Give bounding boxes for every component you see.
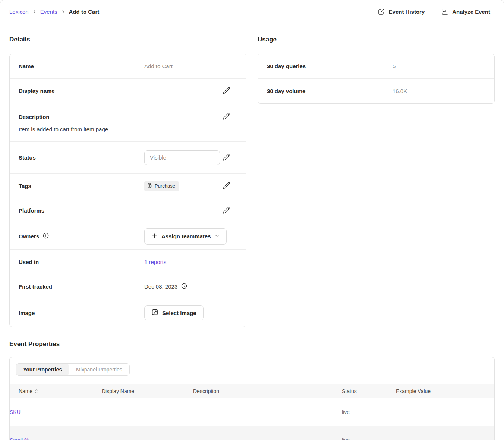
cell-display-name xyxy=(102,426,193,440)
detail-row-image: Image Select Image xyxy=(10,299,246,327)
name-column-label: Name xyxy=(19,388,32,394)
first-tracked-label: First tracked xyxy=(19,283,144,290)
status-badge: live xyxy=(342,437,350,440)
used-in-label: Used in xyxy=(19,259,144,265)
analyze-event-label: Analyze Event xyxy=(452,9,490,15)
info-icon xyxy=(181,283,188,290)
breadcrumb-current-event: Add to Cart xyxy=(69,9,100,15)
pencil-icon xyxy=(223,182,230,191)
edit-platforms-button[interactable] xyxy=(221,205,232,217)
select-image-label: Select Image xyxy=(162,310,196,316)
volume-label: 30 day volume xyxy=(267,88,393,94)
edit-tags-button[interactable] xyxy=(221,180,232,192)
analyze-event-button[interactable]: Analyze Event xyxy=(441,8,490,15)
details-heading: Details xyxy=(9,35,246,44)
chevron-down-icon xyxy=(215,233,220,239)
first-tracked-info-button[interactable] xyxy=(181,283,188,290)
cell-example-value xyxy=(396,398,494,426)
properties-table: Name Display Name Description Status Exa… xyxy=(10,384,494,440)
image-icon xyxy=(151,309,158,317)
detail-row-first-tracked: First tracked Dec 08, 2023 xyxy=(10,274,246,299)
platforms-label: Platforms xyxy=(19,207,144,214)
event-properties-card: Your Properties Mixpanel Properties Name xyxy=(9,357,495,440)
detail-row-tags: Tags $ Purchase xyxy=(10,174,246,198)
breadcrumb-events[interactable]: Events xyxy=(40,9,57,15)
event-history-label: Event History xyxy=(389,9,425,15)
used-in-reports-link[interactable]: 1 reports xyxy=(144,259,166,265)
detail-row-name: Name Add to Cart xyxy=(10,54,246,79)
description-label: Description xyxy=(19,114,50,120)
details-card: Name Add to Cart Display name xyxy=(9,54,246,327)
usage-heading: Usage xyxy=(258,35,495,44)
queries-label: 30 day queries xyxy=(267,63,393,69)
name-value: Add to Cart xyxy=(144,63,173,69)
edit-display-name-button[interactable] xyxy=(221,85,232,97)
tag-chip-purchase[interactable]: $ Purchase xyxy=(144,181,179,191)
detail-row-status: Status Visible xyxy=(10,142,246,174)
lexicon-event-detail-page: Lexicon Events Add to Cart Event History xyxy=(0,0,504,440)
volume-value: 16.0K xyxy=(393,88,407,94)
tab-your-properties[interactable]: Your Properties xyxy=(16,364,69,375)
usage-row-volume: 30 day volume 16.0K xyxy=(258,79,494,103)
chevron-right-icon xyxy=(61,9,66,14)
pencil-icon xyxy=(223,87,230,95)
tab-mixpanel-properties[interactable]: Mixpanel Properties xyxy=(69,364,129,375)
table-row: SKU live xyxy=(10,398,494,426)
breadcrumb-lexicon[interactable]: Lexicon xyxy=(9,9,29,15)
queries-value: 5 xyxy=(393,63,396,69)
detail-row-used-in: Used in 1 reports xyxy=(10,250,246,274)
event-history-button[interactable]: Event History xyxy=(378,8,425,15)
tags-label: Tags xyxy=(19,183,144,189)
chevron-right-icon xyxy=(32,9,37,14)
table-row: Scroll % live xyxy=(10,426,494,440)
status-label: Status xyxy=(19,154,144,161)
display-name-label: Display name xyxy=(19,88,144,94)
external-link-icon xyxy=(378,8,385,15)
column-header-description: Description xyxy=(193,384,342,398)
svg-text:$: $ xyxy=(149,185,150,187)
edit-description-button[interactable] xyxy=(221,111,232,123)
cell-example-value xyxy=(396,426,494,440)
column-header-display-name: Display Name xyxy=(102,384,193,398)
property-link-sku[interactable]: SKU xyxy=(10,409,21,415)
topbar: Lexicon Events Add to Cart Event History xyxy=(0,0,504,23)
pencil-icon xyxy=(223,206,230,215)
properties-tabs: Your Properties Mixpanel Properties xyxy=(16,363,130,376)
status-value: Visible xyxy=(150,154,166,161)
usage-card: 30 day queries 5 30 day volume 16.0K xyxy=(258,54,495,104)
plus-icon xyxy=(151,233,158,240)
assign-teammates-label: Assign teammates xyxy=(161,233,211,239)
detail-row-description: Description Item is added to cart from i… xyxy=(10,103,246,142)
table-header-row: Name Display Name Description Status Exa… xyxy=(10,384,494,398)
cell-description xyxy=(193,398,342,426)
pencil-icon xyxy=(223,112,230,121)
owners-label: Owners xyxy=(19,233,39,239)
status-input[interactable]: Visible xyxy=(144,150,220,165)
info-icon xyxy=(42,232,49,240)
cell-display-name xyxy=(102,398,193,426)
assign-teammates-button[interactable]: Assign teammates xyxy=(144,228,227,245)
sort-icon xyxy=(34,389,38,394)
pencil-icon xyxy=(223,153,230,162)
description-text: Item is added to cart from item page xyxy=(19,126,237,132)
detail-row-owners: Owners Assign teammates xyxy=(10,223,246,250)
column-header-example-value: Example Value xyxy=(396,384,494,398)
owners-info-button[interactable] xyxy=(42,232,49,240)
property-link-scroll[interactable]: Scroll % xyxy=(10,437,29,440)
money-bag-icon: $ xyxy=(147,183,152,189)
status-badge: live xyxy=(342,409,350,415)
column-header-status: Status xyxy=(342,384,396,398)
line-chart-icon xyxy=(441,8,448,15)
breadcrumb: Lexicon Events Add to Cart xyxy=(9,9,99,15)
edit-status-button[interactable] xyxy=(221,152,232,164)
topbar-actions: Event History Analyze Event xyxy=(378,8,490,15)
detail-row-display-name: Display name xyxy=(10,79,246,103)
usage-row-queries: 30 day queries 5 xyxy=(258,54,494,79)
tag-label: Purchase xyxy=(155,183,175,189)
event-properties-heading: Event Properties xyxy=(9,339,495,349)
first-tracked-value: Dec 08, 2023 xyxy=(144,283,177,290)
column-header-name[interactable]: Name xyxy=(10,384,102,398)
image-label: Image xyxy=(19,310,144,316)
cell-description xyxy=(193,426,342,440)
select-image-button[interactable]: Select Image xyxy=(144,305,204,320)
